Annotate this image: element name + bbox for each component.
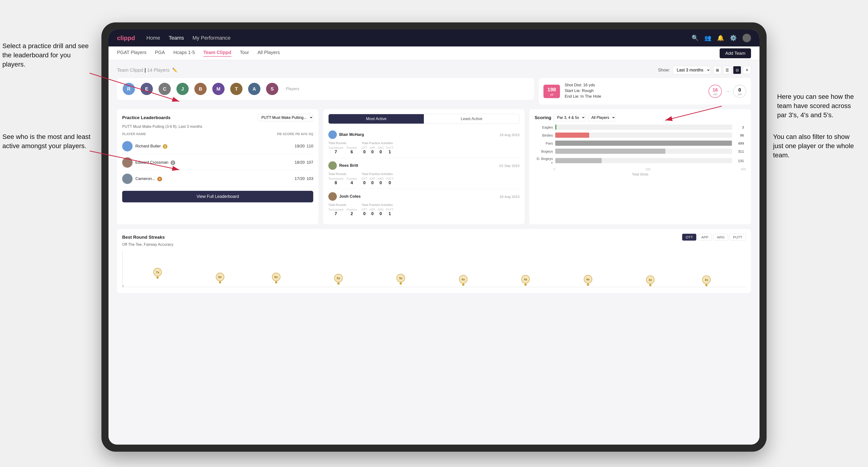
- player-avg: 103: [307, 177, 313, 181]
- nav-home[interactable]: Home: [147, 35, 160, 41]
- least-active-button[interactable]: Least Active: [424, 114, 519, 124]
- timeline-badge: 4x: [584, 275, 592, 283]
- players-label: Players: [286, 87, 299, 91]
- player-avatar[interactable]: R: [123, 83, 135, 95]
- bar-row-birdies: Birdies 96: [536, 132, 744, 138]
- scoring-header: Scoring Par 3, 4 & 5s All Players: [534, 114, 746, 121]
- streaks-title: Best Round Streaks: [122, 235, 165, 240]
- timeline-dot: [587, 283, 589, 286]
- bar-value-d-bogeys: 131: [735, 159, 744, 163]
- player-avatar[interactable]: B: [194, 83, 207, 95]
- practice-leaderboard-card: Practice Leaderboards PUTT Must Make Put…: [117, 109, 318, 224]
- total-rounds-section: Total Rounds Tournament 8 Practice 4: [328, 172, 357, 185]
- player-name: Edward Crossman 2: [135, 160, 175, 165]
- ott-val: OTT 0: [362, 208, 367, 216]
- subnav-pgat-players[interactable]: PGAT Players: [117, 50, 147, 57]
- player-avatar[interactable]: C: [158, 83, 171, 95]
- nav-my-performance[interactable]: My Performance: [192, 35, 230, 41]
- timeline-badge: 5x: [334, 274, 343, 282]
- nav-teams[interactable]: Teams: [168, 35, 184, 41]
- add-team-button[interactable]: Add Team: [720, 49, 751, 58]
- player-avatar[interactable]: S: [266, 83, 278, 95]
- leaderboard-title: Practice Leaderboards: [122, 115, 170, 120]
- col-pb-avg: PB AVG SQ: [295, 132, 313, 136]
- timeline-point: 6x: [272, 273, 280, 283]
- view-full-leaderboard-button[interactable]: View Full Leaderboard: [122, 191, 313, 203]
- tournament-val: Tournament 7: [328, 208, 343, 216]
- timeline-point: 5x: [397, 274, 405, 285]
- chart-x-label: Total Shots: [534, 173, 746, 176]
- users-icon[interactable]: 👥: [704, 35, 711, 41]
- subnav-hcaps[interactable]: Hcaps 1-5: [173, 50, 195, 57]
- filter-putt-button[interactable]: PUTT: [730, 234, 746, 241]
- col-pb-score: PB SCORE: [277, 132, 294, 136]
- list-view-button[interactable]: ≡: [743, 66, 751, 74]
- timeline-dot: [275, 281, 277, 283]
- par-filter-dropdown[interactable]: Par 3, 4 & 5s: [554, 114, 585, 121]
- player-avatar[interactable]: E: [141, 83, 153, 95]
- player-avatar[interactable]: J: [177, 83, 189, 95]
- player-name: Cameron... 3: [135, 177, 162, 181]
- streaks-header: Best Round Streaks OTT APP ARG PUTT: [122, 234, 746, 241]
- edit-icon[interactable]: ✏️: [172, 67, 177, 73]
- user-avatar[interactable]: [743, 34, 751, 42]
- player-avatar[interactable]: A: [248, 83, 260, 95]
- tournament-val: Tournament 8: [328, 177, 343, 185]
- filter-ott-button[interactable]: OTT: [682, 234, 696, 241]
- practice-activities-section: Total Practice Activities OTT 0 APP 0: [362, 141, 394, 154]
- shot-distance-badge: 198 yd: [544, 85, 560, 98]
- show-dropdown[interactable]: Last 3 months: [673, 66, 710, 74]
- timeline-badge: 5x: [397, 274, 405, 282]
- ott-val: OTT 0: [362, 177, 367, 185]
- activity-stats: Total Rounds Tournament 7 Practice 2: [328, 203, 519, 216]
- putt-val: PUTT 1: [386, 146, 394, 154]
- main-content: Team Clippd | 14 Players ✏️ Show: Last 3…: [108, 60, 760, 445]
- team-header: Team Clippd | 14 Players ✏️ Show: Last 3…: [117, 66, 751, 74]
- activity-item-header: Josh Coles 26 Aug 2023: [328, 192, 519, 201]
- activity-item-header: Rees Britt 02 Sep 2023: [328, 161, 519, 170]
- annotation-active-players: See who is the most and least active amo…: [2, 132, 91, 151]
- bar-value-birdies: 96: [735, 133, 744, 137]
- timeline-badge: 4x: [459, 275, 467, 283]
- shot-yards-from: 16 yds: [709, 85, 722, 98]
- arg-val: ARG 0: [378, 208, 384, 216]
- subnav-pga[interactable]: PGA: [155, 50, 165, 57]
- app-val: APP 0: [370, 146, 375, 154]
- filter-arg-button[interactable]: ARG: [713, 234, 728, 241]
- subnav-tour[interactable]: Tour: [240, 50, 249, 57]
- most-active-button[interactable]: Most Active: [329, 114, 424, 124]
- col-player-name: PLAYER NAME: [122, 132, 276, 136]
- table-view-button[interactable]: ☰: [723, 66, 731, 74]
- search-icon[interactable]: 🔍: [691, 35, 699, 41]
- filter-app-button[interactable]: APP: [698, 234, 712, 241]
- bell-icon[interactable]: 🔔: [717, 35, 724, 41]
- card-view-button[interactable]: ⊟: [733, 66, 741, 74]
- settings-icon[interactable]: ⚙️: [730, 35, 737, 41]
- activity-item-header: Blair McHarg 26 Aug 2023: [328, 130, 519, 139]
- activity-date: 26 Aug 2023: [500, 195, 519, 198]
- leaderboard-row: Cameron... 3 17/20 103: [122, 171, 313, 187]
- subnav-team-clippd[interactable]: Team Clippd: [203, 50, 231, 57]
- player-avatar[interactable]: M: [212, 83, 224, 95]
- bar-fill-pars: [555, 141, 732, 146]
- subnav-all-players[interactable]: All Players: [257, 50, 280, 57]
- arg-val: ARG 0: [378, 177, 384, 185]
- activity-stats: Total Rounds Tournament 7 Practice 6: [328, 141, 519, 154]
- activity-player: Blair McHarg: [328, 130, 364, 139]
- timeline-point: 4x: [584, 275, 592, 286]
- leaderboard-row: Edward Crossman 2 18/20 107: [122, 154, 313, 171]
- activity-player-avatar: [328, 130, 337, 139]
- leaderboard-dropdown[interactable]: PUTT Must Make Putting...: [258, 114, 313, 121]
- grid-view-button[interactable]: ⊞: [713, 66, 721, 74]
- bar-fill-eagles: [555, 125, 556, 130]
- bar-value-pars: 499: [735, 141, 744, 145]
- subnav: PGAT Players PGA Hcaps 1-5 Team Clippd T…: [108, 46, 760, 60]
- player-avatar-small: [122, 141, 132, 151]
- player-filter-dropdown[interactable]: All Players: [588, 114, 616, 121]
- player-info: Edward Crossman 2: [122, 157, 293, 168]
- timeline-dot: [705, 284, 708, 286]
- practice-activities-section: Total Practice Activities OTT 0 APP 0: [362, 172, 394, 185]
- app-val: APP 0: [370, 177, 375, 185]
- navbar-right: 🔍 👥 🔔 ⚙️: [691, 34, 751, 42]
- player-avatar[interactable]: T: [230, 83, 243, 95]
